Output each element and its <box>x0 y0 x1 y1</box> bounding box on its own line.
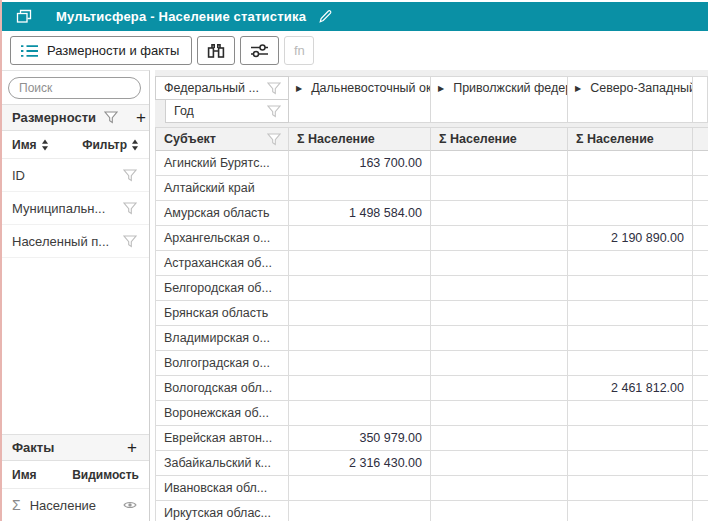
window-restore-icon[interactable] <box>16 9 32 24</box>
value-cell-north-west[interactable] <box>568 151 693 176</box>
value-cell-north-west[interactable] <box>568 251 693 276</box>
add-dimension-button[interactable]: + <box>134 109 148 126</box>
value-cell-far-east[interactable] <box>289 301 431 326</box>
value-cell-far-east[interactable] <box>289 251 431 276</box>
value-cell-volga[interactable] <box>431 501 568 521</box>
value-cell-north-west[interactable] <box>568 501 693 521</box>
row-header-cell[interactable]: Забайкальский к... <box>155 451 289 476</box>
row-dim-year[interactable]: Год <box>165 99 289 123</box>
value-cell-far-east[interactable] <box>289 351 431 376</box>
row-header-cell[interactable]: Еврейская автон... <box>155 426 289 451</box>
row-header-cell[interactable]: Брянская область <box>155 301 289 326</box>
pivot-table: Федеральный ... Год ▶ Дальневосточный ок <box>155 70 708 521</box>
dimensions-facts-button[interactable]: Размерности и факты <box>10 36 192 65</box>
expand-arrow-icon[interactable]: ▶ <box>575 81 581 93</box>
value-cell-north-west[interactable] <box>568 426 693 451</box>
visibility-eye-icon[interactable] <box>123 500 137 510</box>
value-cell-volga[interactable] <box>431 376 568 401</box>
value-cell-volga[interactable] <box>431 351 568 376</box>
value-cell-volga[interactable] <box>431 401 568 426</box>
fact-name: Население <box>30 498 96 513</box>
filter-funnel-icon[interactable] <box>123 169 137 182</box>
row-dim-federal-district[interactable]: Федеральный ... <box>155 76 289 100</box>
subject-column-header[interactable]: Субъект <box>155 127 289 151</box>
filter-funnel-icon[interactable] <box>267 133 281 146</box>
add-fact-button[interactable]: + <box>125 439 139 456</box>
measure-header[interactable]: Σ Население <box>431 127 568 151</box>
edit-title-icon[interactable] <box>318 9 333 24</box>
value-cell-far-east[interactable] <box>289 476 431 501</box>
value-cell-far-east[interactable] <box>289 226 431 251</box>
value-cell-volga[interactable] <box>431 251 568 276</box>
dimension-item[interactable]: Населенный п... <box>2 225 149 258</box>
value-cell-volga[interactable] <box>431 301 568 326</box>
dimensions-filter-icon[interactable] <box>104 111 118 124</box>
filter-funnel-icon[interactable] <box>267 82 281 95</box>
row-header-cell[interactable]: Воронежская об... <box>155 401 289 426</box>
value-cell-far-east[interactable] <box>289 176 431 201</box>
value-cell-north-west[interactable] <box>568 401 693 426</box>
search-input[interactable] <box>8 77 141 99</box>
dimension-item[interactable]: Муниципальн... <box>2 192 149 225</box>
column-group-header[interactable]: ▶ Северо-Западный фе <box>568 76 693 123</box>
col-name-header[interactable]: Имя <box>12 138 49 152</box>
row-header-cell[interactable]: Архангельская о... <box>155 226 289 251</box>
row-header-cell[interactable]: Астраханская об... <box>155 251 289 276</box>
dimension-item[interactable]: ID <box>2 159 149 192</box>
value-cell-volga[interactable] <box>431 201 568 226</box>
value-cell-volga[interactable] <box>431 426 568 451</box>
row-header-cell[interactable]: Ивановская обл... <box>155 476 289 501</box>
value-cell-north-west[interactable] <box>568 301 693 326</box>
value-cell-far-east[interactable]: 1 498 584.00 <box>289 201 431 226</box>
value-cell-north-west[interactable]: 2 190 890.00 <box>568 226 693 251</box>
measure-header-row: Субъект Σ Население Σ Население Σ Населе… <box>155 127 708 151</box>
value-cell-far-east[interactable]: 163 700.00 <box>289 151 431 176</box>
filter-funnel-icon[interactable] <box>123 202 137 215</box>
value-cell-volga[interactable] <box>431 276 568 301</box>
value-cell-north-west[interactable] <box>568 276 693 301</box>
search-binoculars-button[interactable] <box>197 36 235 65</box>
column-group-header[interactable]: ▶ Дальневосточный ок <box>289 76 431 123</box>
row-header-cell[interactable]: Вологодская обл... <box>155 376 289 401</box>
value-cell-north-west[interactable] <box>568 201 693 226</box>
row-header-cell[interactable]: Амурская область <box>155 201 289 226</box>
row-header-cell[interactable]: Владимирская о... <box>155 326 289 351</box>
measure-label: Σ Население <box>297 132 375 146</box>
fn-button[interactable]: fn <box>284 36 314 65</box>
row-header-cell[interactable]: Волгоградская о... <box>155 351 289 376</box>
filter-funnel-icon[interactable] <box>123 235 137 248</box>
value-cell-volga[interactable] <box>431 176 568 201</box>
value-cell-volga[interactable] <box>431 151 568 176</box>
value-cell-volga[interactable] <box>431 476 568 501</box>
row-header-cell[interactable]: Иркутская облас... <box>155 501 289 521</box>
value-cell-far-east[interactable] <box>289 501 431 521</box>
value-cell-far-east[interactable]: 350 979.00 <box>289 426 431 451</box>
value-cell-north-west[interactable]: 2 461 812.00 <box>568 376 693 401</box>
value-cell-volga[interactable] <box>431 226 568 251</box>
row-header-cell[interactable]: Алтайский край <box>155 176 289 201</box>
value-cell-volga[interactable] <box>431 326 568 351</box>
value-cell-far-east[interactable] <box>289 276 431 301</box>
value-cell-north-west[interactable] <box>568 326 693 351</box>
expand-arrow-icon[interactable]: ▶ <box>296 81 302 93</box>
value-cell-north-west[interactable] <box>568 176 693 201</box>
measure-header[interactable]: Σ Население <box>289 127 431 151</box>
value-cell-north-west[interactable] <box>568 476 693 501</box>
row-header-cell[interactable]: Агинский Бурятс... <box>155 151 289 176</box>
column-group-header[interactable]: ▶ Приволжский федер <box>431 76 568 123</box>
filter-funnel-icon[interactable] <box>267 105 281 118</box>
value-cell-north-west[interactable] <box>568 451 693 476</box>
fact-item[interactable]: Σ Население <box>2 489 149 521</box>
value-cell-far-east[interactable] <box>289 376 431 401</box>
col-filter-header[interactable]: Фильтр <box>82 138 139 152</box>
value-cell-far-east[interactable] <box>289 401 431 426</box>
value-cell-north-west[interactable] <box>568 351 693 376</box>
measure-header[interactable]: Σ Население <box>568 127 693 151</box>
value-cell-volga[interactable] <box>431 451 568 476</box>
value-cell-far-east[interactable]: 2 316 430.00 <box>289 451 431 476</box>
value-cell-far-east[interactable] <box>289 326 431 351</box>
measure-label: Σ Население <box>576 132 654 146</box>
expand-arrow-icon[interactable]: ▶ <box>438 81 444 93</box>
settings-sliders-button[interactable] <box>240 36 279 65</box>
row-header-cell[interactable]: Белгородская об... <box>155 276 289 301</box>
